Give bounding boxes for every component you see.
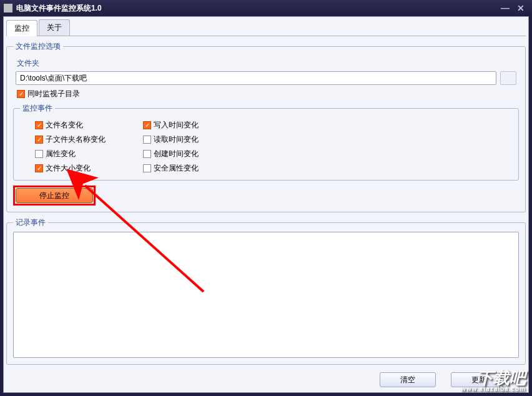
log-textarea[interactable] [13,232,519,358]
watch-subdirs-checkbox[interactable] [17,90,25,98]
folder-label: 文件夹 [17,58,519,69]
event-label-left-1: 子文件夹名称变化 [46,134,106,145]
event-label-left-0: 文件名变化 [46,120,83,131]
stop-monitor-button[interactable]: 停止监控 [16,188,93,203]
close-button[interactable]: ✕ [513,3,528,13]
options-fieldset: 文件监控选项 文件夹 同时监视子目录 监控事件 文件名变化子文件夹名称变化属性变… [6,41,526,212]
log-legend: 记录事件 [13,217,48,228]
watch-subdirs-label: 同时监视子目录 [27,89,80,99]
event-checkbox-right-0[interactable] [143,121,151,129]
clear-button[interactable]: 清空 [380,372,436,387]
refresh-button[interactable]: 更新 [451,372,507,387]
events-col-right: 写入时间变化读取时间变化创建时间变化安全属性变化 [143,120,199,174]
event-checkbox-left-0[interactable] [35,121,43,129]
app-icon [4,4,12,12]
event-label-right-0: 写入时间变化 [154,120,199,131]
event-label-left-2: 属性变化 [46,149,76,159]
event-checkbox-right-1[interactable] [143,136,151,144]
client-area: 监控 关于 文件监控选项 文件夹 同时监视子目录 监控事件 文件名变化子文件夹名… [3,16,529,393]
tab-about[interactable]: 关于 [39,19,70,36]
event-label-right-1: 读取时间变化 [154,134,199,145]
minimize-button[interactable]: — [497,3,513,13]
event-checkbox-left-3[interactable] [35,164,43,172]
events-col-left: 文件名变化子文件夹名称变化属性变化文件大小变化 [35,120,106,174]
events-legend: 监控事件 [20,103,55,114]
log-fieldset: 记录事件 [6,217,526,365]
options-legend: 文件监控选项 [13,41,63,52]
titlebar: 电脑文件事件监控系统1.0 — ✕ [0,0,532,16]
window-title: 电脑文件事件监控系统1.0 [16,3,102,14]
event-checkbox-right-2[interactable] [143,150,151,158]
event-label-right-3: 安全属性变化 [154,163,199,174]
event-label-right-2: 创建时间变化 [154,149,199,159]
event-label-left-3: 文件大小变化 [46,163,91,174]
event-checkbox-left-1[interactable] [35,136,43,144]
app-window: 电脑文件事件监控系统1.0 — ✕ 监控 关于 文件监控选项 文件夹 同时监视子… [0,0,532,396]
event-checkbox-right-3[interactable] [143,164,151,172]
browse-button[interactable] [500,71,516,85]
events-fieldset: 监控事件 文件名变化子文件夹名称变化属性变化文件大小变化 写入时间变化读取时间变… [13,103,519,181]
event-checkbox-left-2[interactable] [35,150,43,158]
tab-bar: 监控 关于 [6,19,526,36]
tab-monitor[interactable]: 监控 [6,20,37,36]
folder-input[interactable] [16,71,496,85]
